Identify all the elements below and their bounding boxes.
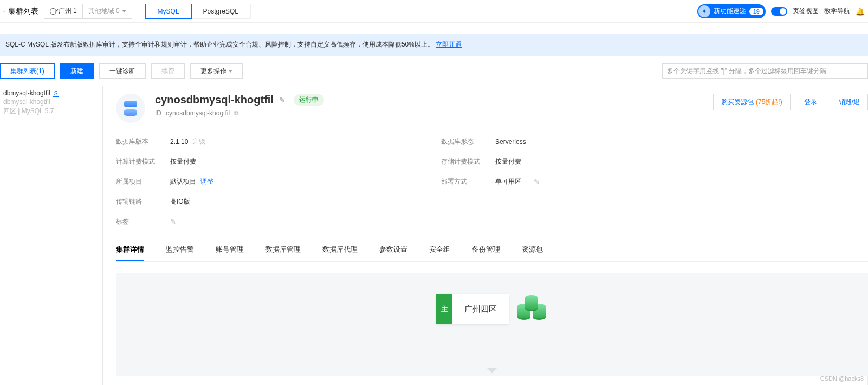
edit-tag-icon[interactable]: ✎ xyxy=(170,218,176,226)
tab-backup[interactable]: 备份管理 xyxy=(472,239,500,261)
region-current-label: 广州 1 xyxy=(59,6,77,16)
promo-banner: SQL-C MySQL 版发布新版数据库审计，支持全审计和规则审计，帮助企业完成… xyxy=(0,34,868,56)
login-label: 登录 xyxy=(804,97,817,107)
deploy-label: 部署方式 xyxy=(441,177,495,186)
new-feature-badge: 19 xyxy=(749,8,763,15)
sidebar-item-id: dbmysql-khogtfil xyxy=(3,98,99,106)
primary-tag: 主 xyxy=(436,294,452,324)
db-form-label: 数据库形态 xyxy=(441,137,495,146)
sidebar-item-meta: 四区 | MySQL 5.7 xyxy=(3,107,99,116)
cluster-info-grid: 数据库版本 2.1.10升级 数据库形态 Serverless 计算计费模式 按… xyxy=(116,137,868,226)
more-actions-button[interactable]: 更多操作 xyxy=(190,63,243,79)
diagnose-button[interactable]: 一键诊断 xyxy=(99,63,146,79)
more-actions-label: 更多操作 xyxy=(200,67,226,76)
tab-db-manage[interactable]: 数据库管理 xyxy=(265,239,301,261)
chevron-down-icon xyxy=(228,70,232,73)
page-title: - 集群列表 xyxy=(3,6,38,16)
tutorial-link[interactable]: 教学导航 xyxy=(824,6,850,16)
edit-deploy-icon[interactable]: ✎ xyxy=(534,178,540,186)
location-icon xyxy=(50,8,56,15)
chevron-down-icon xyxy=(122,10,126,12)
watermark: CSDN @hacks8 xyxy=(820,375,864,382)
node-zone: 广州四区 xyxy=(452,304,509,315)
storage-billing-label: 存储计费模式 xyxy=(441,157,495,166)
tab-cluster-detail[interactable]: 集群详情 xyxy=(116,239,144,261)
banner-text: SQL-C MySQL 版发布新版数据库审计，支持全审计和规则审计，帮助企业完成… xyxy=(5,41,434,48)
cluster-name: cynosdbmysql-khogtfil xyxy=(155,94,274,106)
buy-package-button[interactable]: 购买资源包 (75折起!) xyxy=(713,94,791,110)
tab-monitor[interactable]: 监控告警 xyxy=(166,239,194,261)
new-feature-label: 新功能速递 xyxy=(714,6,746,16)
id-label: ID xyxy=(155,109,161,117)
db-engine-tabs: MySQL PostgreSQL xyxy=(145,4,251,19)
db-tab-mysql[interactable]: MySQL xyxy=(145,4,192,19)
server-cluster-icon xyxy=(516,294,548,325)
region-other-label: 其他地域 0 xyxy=(88,6,120,16)
destroy-button[interactable]: 销毁/退 xyxy=(831,94,868,110)
sidebar-item-name: dbmysql-khogtfil xyxy=(3,89,50,97)
copy-icon[interactable]: ⧉ xyxy=(234,109,239,117)
search-input[interactable]: 多个关键字用竖线 "|" 分隔，多个过滤标签用回车键分隔 xyxy=(662,63,868,79)
renew-button: 续费 xyxy=(151,63,185,79)
tab-cluster-list[interactable]: 集群列表(1) xyxy=(0,63,55,79)
destroy-label: 销毁/退 xyxy=(839,97,860,107)
tab-account[interactable]: 账号管理 xyxy=(216,239,244,261)
db-form-value: Serverless xyxy=(495,137,604,146)
tab-db-proxy[interactable]: 数据库代理 xyxy=(322,239,358,261)
announcement-icon: ✦ xyxy=(698,5,710,17)
database-icon xyxy=(124,101,137,116)
topology-canvas: 主 广州四区 xyxy=(116,273,868,376)
login-button[interactable]: 登录 xyxy=(796,94,825,110)
buy-label: 购买资源包 xyxy=(721,97,754,107)
db-tab-postgres[interactable]: PostgreSQL xyxy=(191,4,250,18)
tab-security[interactable]: 安全组 xyxy=(429,239,450,261)
compute-billing-value: 按量付费 xyxy=(170,157,441,166)
status-badge: 运行中 xyxy=(294,94,324,106)
tab-view-toggle[interactable] xyxy=(771,7,787,16)
discount-label: (75折起!) xyxy=(756,97,782,107)
link-value: 高IO版 xyxy=(170,197,441,206)
region-current[interactable]: 广州 1 xyxy=(44,4,83,18)
cluster-avatar xyxy=(116,94,145,123)
region-selector[interactable]: 广州 1 其他地域 0 xyxy=(44,4,132,19)
new-button[interactable]: 新建 xyxy=(60,63,94,79)
project-value: 默认项目 xyxy=(170,177,196,186)
bell-icon[interactable]: 🔔 xyxy=(856,7,865,16)
edit-name-icon[interactable]: ✎ xyxy=(279,96,285,104)
sidebar-cluster-item[interactable]: dbmysql-khogtfil S dbmysql-khogtfil 四区 |… xyxy=(0,89,102,116)
project-label: 所属项目 xyxy=(116,177,170,186)
db-version-value: 2.1.10 xyxy=(170,138,188,146)
new-feature-pill[interactable]: ✦ 新功能速递 19 xyxy=(697,4,766,18)
detail-tabs: 集群详情 监控告警 账号管理 数据库管理 数据库代理 参数设置 安全组 备份管理… xyxy=(116,239,868,262)
storage-billing-value: 按量付费 xyxy=(495,157,604,166)
link-label: 传输链路 xyxy=(116,197,170,206)
serverless-badge: S xyxy=(53,90,60,97)
deploy-value: 单可用区 xyxy=(495,177,521,186)
adjust-project-link[interactable]: 调整 xyxy=(200,177,213,186)
region-other[interactable]: 其他地域 0 xyxy=(83,4,132,18)
db-version-label: 数据库版本 xyxy=(116,137,170,146)
compute-billing-label: 计算计费模式 xyxy=(116,157,170,166)
bottom-panel xyxy=(116,375,868,385)
pointer-down-icon xyxy=(487,368,497,373)
tab-params[interactable]: 参数设置 xyxy=(379,239,407,261)
upgrade-link[interactable]: 升级 xyxy=(192,137,205,146)
tag-label: 标签 xyxy=(116,217,170,226)
primary-node[interactable]: 主 广州四区 xyxy=(436,294,509,324)
tab-view-label: 页签视图 xyxy=(793,6,819,16)
tab-resource[interactable]: 资源包 xyxy=(522,239,543,261)
cluster-list-sidebar: dbmysql-khogtfil S dbmysql-khogtfil 四区 |… xyxy=(0,86,103,385)
banner-link[interactable]: 立即开通 xyxy=(436,41,462,48)
cluster-id: cynosdbmysql-khogtfil xyxy=(166,109,230,117)
